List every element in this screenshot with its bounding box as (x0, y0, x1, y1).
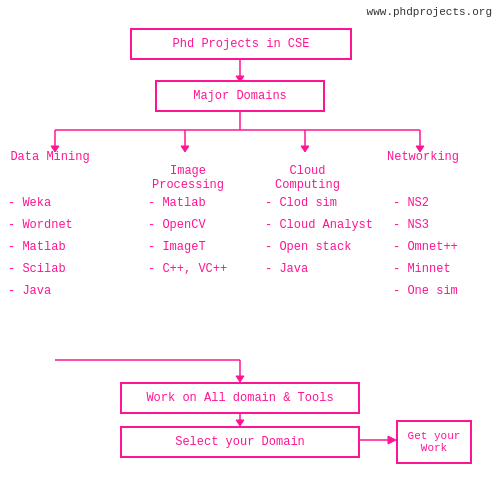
getyour-box: Get your Work (396, 420, 472, 464)
select-label: Select your Domain (175, 435, 305, 449)
networking-items: - NS2 - NS3 - Omnet++ - Minnet - One sim (393, 192, 458, 302)
major-label: Major Domains (193, 89, 287, 103)
phd-box: Phd Projects in CSE (130, 28, 352, 60)
major-box: Major Domains (155, 80, 325, 112)
work-box: Work on All domain & Tools (120, 382, 360, 414)
select-box[interactable]: Select your Domain (120, 426, 360, 458)
datamining-label: Data Mining (5, 150, 95, 164)
cloudcomputing-items: - Clod sim - Cloud Analyst - Open stack … (265, 192, 373, 280)
getyour-label: Get your Work (408, 430, 461, 454)
networking-label: Networking (383, 150, 463, 164)
cloudcomputing-label: Cloud Computing (265, 150, 350, 192)
datamining-items: - Weka - Wordnet - Matlab - Scilab - Jav… (8, 192, 73, 302)
watermark: www.phdprojects.org (367, 6, 492, 18)
work-label: Work on All domain & Tools (146, 391, 333, 405)
phd-label: Phd Projects in CSE (173, 37, 310, 51)
imageprocessing-items: - Matlab - OpenCV - ImageT - C++, VC++ (148, 192, 227, 280)
svg-marker-18 (388, 436, 396, 444)
imageprocessing-label: Image Processing (148, 150, 228, 192)
